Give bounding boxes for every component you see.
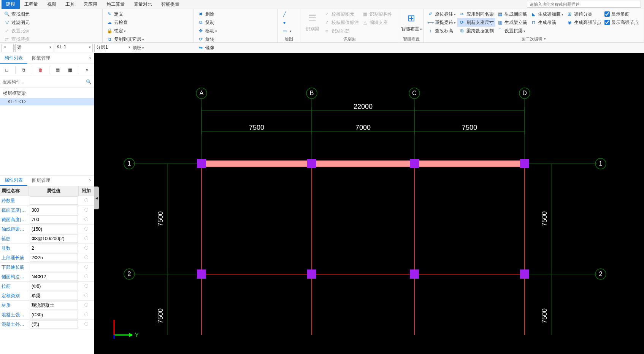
define-button[interactable]: ✎定义 [105, 10, 146, 18]
orig-mark-button[interactable]: ✐原位标注 [426, 10, 457, 18]
property-extra-toggle[interactable] [84, 303, 88, 307]
component-search-input[interactable] [2, 79, 86, 85]
property-value-input[interactable] [30, 263, 78, 271]
show-stirrup-checkbox[interactable]: 显示吊筋 [603, 10, 640, 18]
menu-construction[interactable]: 施工算量 [102, 0, 129, 9]
tab-property[interactable]: 属性列表 [0, 175, 27, 186]
menu-smart[interactable]: 智能提量 [157, 0, 184, 9]
cloud-check-button[interactable]: ☁云检查 [105, 18, 146, 27]
identify-stirrup-button[interactable]: ⧈识别吊筋 [322, 27, 360, 35]
identify-component-button[interactable]: ▦识别梁构件 [360, 10, 394, 18]
rotate-button[interactable]: ⟳旋转 [196, 35, 219, 43]
redetect-span-button[interactable]: ⟷重提梁跨 [426, 18, 457, 27]
tree-root[interactable]: 楼层框架梁 [0, 89, 94, 98]
panel-collapse-handle[interactable]: ◂ [94, 187, 99, 209]
move-button[interactable]: ✥移动 [196, 27, 219, 35]
property-extra-toggle[interactable] [84, 246, 88, 250]
identify-beam-big-button[interactable]: ☰ 识别梁 [303, 10, 322, 34]
menu-compare[interactable]: 算量对比 [129, 0, 157, 9]
ribbon-search-input[interactable] [527, 1, 641, 8]
refresh-icon: ⟳ [459, 19, 465, 26]
property-extra-toggle[interactable] [84, 322, 88, 326]
rect-button[interactable]: ▭ [280, 27, 293, 35]
gen-hs-node-button[interactable]: ◉生成高强节点 [565, 18, 603, 27]
property-name: 轴线距梁左... [0, 226, 29, 233]
search-icon[interactable]: 🔍 [86, 79, 92, 85]
copy-component-button[interactable]: ⧉ [18, 65, 30, 75]
delete-component-button[interactable]: 🗑 [35, 65, 47, 75]
menu-tools[interactable]: 工具 [61, 0, 79, 9]
gen-erect-rebar-button[interactable]: ▥生成架立筋 [495, 18, 529, 27]
apply-same-name-button[interactable]: ⇨应用到同名梁 [457, 10, 495, 18]
property-extra-toggle[interactable] [84, 236, 88, 240]
property-value-input[interactable] [30, 234, 78, 243]
copy-layer-button[interactable]: ⧉复制到其它层 [105, 35, 146, 43]
property-extra-toggle[interactable] [84, 208, 88, 212]
property-value-input[interactable] [30, 225, 78, 233]
gen-side-rebar-button[interactable]: ▤生成侧面筋 [495, 10, 529, 18]
layer-button[interactable]: ▤ [52, 65, 64, 75]
selector-component[interactable]: KL-1 [55, 44, 93, 52]
mirror-button[interactable]: ⇋镜像 [196, 43, 219, 52]
property-value-input[interactable] [30, 282, 78, 290]
edit-support-button[interactable]: △编辑支座 [360, 18, 394, 27]
check-beam-button[interactable]: ✓校核梁图元 [322, 10, 360, 18]
layer-button-2[interactable]: ▦ [64, 65, 76, 75]
menu-cloud[interactable]: 云应用 [79, 0, 102, 9]
find-replace-button[interactable]: ⇄查找替换 [2, 35, 43, 43]
filter-element-button[interactable]: ▽过滤图元 [2, 18, 43, 27]
canvas-area[interactable]: ◂ ABCD1122220007500700075007500750075007… [94, 53, 644, 354]
change-elevation-button[interactable]: ↕查改标高 [426, 27, 457, 35]
lock-button[interactable]: 🔒锁定 [105, 27, 146, 35]
tree-item-kl1[interactable]: KL-1 <1> [0, 98, 94, 105]
menu-quantity[interactable]: 工程量 [20, 0, 43, 9]
find-element-button[interactable]: 🔍查找图元 [2, 10, 43, 18]
refresh-support-button[interactable]: ⟳刷新支座尺寸 [457, 18, 495, 27]
copy-span-data-button[interactable]: ⧉梁跨数据复制 [457, 27, 495, 35]
property-value-input[interactable] [30, 254, 78, 262]
smart-layout-button[interactable]: ⊞ 智能布置 [401, 10, 421, 34]
new-button[interactable]: □ [1, 65, 13, 75]
property-value-input[interactable] [30, 206, 78, 214]
drawing-canvas[interactable]: ABCD112222000750070007500750075007500750… [94, 53, 644, 354]
close-icon[interactable]: × [89, 56, 92, 61]
more-button[interactable]: » [81, 65, 94, 75]
gen-haunch-button[interactable]: ◣生成梁加腋 [529, 10, 565, 18]
close-icon[interactable]: × [89, 178, 92, 183]
delete-button[interactable]: ✖删除 [196, 10, 219, 18]
tab-layer-manage[interactable]: 图层管理 [27, 175, 55, 186]
point-button[interactable]: ● [280, 18, 293, 27]
tab-drawing-manage[interactable]: 图纸管理 [27, 53, 55, 64]
property-value-input[interactable] [30, 311, 78, 319]
selector-layer[interactable]: 分层1 [94, 44, 132, 52]
property-value-input[interactable] [30, 320, 78, 328]
property-value-input[interactable] [30, 292, 78, 300]
property-extra-toggle[interactable] [84, 274, 88, 278]
property-extra-toggle[interactable] [84, 293, 88, 297]
property-extra-toggle[interactable] [84, 198, 88, 202]
property-extra-toggle[interactable] [84, 284, 88, 288]
menu-model[interactable]: 建模 [2, 0, 20, 9]
property-value-input[interactable] [30, 273, 78, 281]
line-button[interactable]: ╱ [280, 10, 293, 18]
check-mark-button[interactable]: ✓校核原位标注 [322, 18, 360, 27]
menu-view[interactable]: 视图 [43, 0, 61, 9]
span-classify-button[interactable]: ⊞梁跨分类 [565, 10, 603, 18]
property-extra-toggle[interactable] [84, 217, 88, 221]
set-scale-button[interactable]: ⤢设置比例 [2, 27, 43, 35]
tab-component-list[interactable]: 构件列表 [0, 53, 27, 64]
property-value-input[interactable] [30, 244, 78, 252]
property-value-input[interactable] [30, 196, 78, 205]
selector-category[interactable]: 梁 [15, 44, 53, 52]
property-value-input[interactable] [30, 215, 78, 224]
selector-1[interactable] [2, 44, 14, 52]
property-extra-toggle[interactable] [84, 227, 88, 231]
property-extra-toggle[interactable] [84, 265, 88, 269]
property-extra-toggle[interactable] [84, 313, 88, 316]
show-hs-node-checkbox[interactable]: 显示高强节点 [603, 18, 640, 27]
set-arch-beam-button[interactable]: ⌒设置拱梁 [495, 27, 529, 35]
property-extra-toggle[interactable] [84, 255, 88, 259]
copy-button[interactable]: ⧉复制 [196, 18, 219, 27]
gen-stirrup-button[interactable]: ⊓生成吊筋 [529, 18, 565, 27]
property-value-input[interactable] [30, 301, 78, 309]
